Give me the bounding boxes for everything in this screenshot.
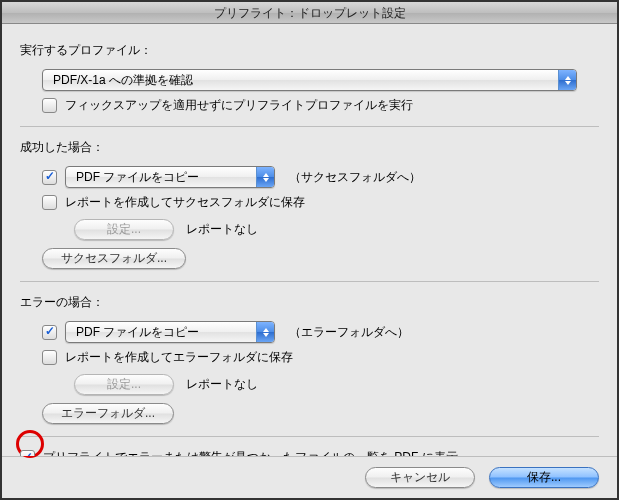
window-title: プリフライト：ドロップレット設定 bbox=[2, 2, 617, 24]
error-report-label: レポートを作成してエラーフォルダに保存 bbox=[65, 349, 293, 366]
cancel-button[interactable]: キャンセル bbox=[365, 467, 475, 488]
error-action-popup[interactable]: PDF ファイルをコピー bbox=[65, 321, 275, 343]
button-bar: キャンセル 保存... bbox=[2, 456, 617, 498]
divider bbox=[20, 436, 599, 437]
success-copy-checkbox[interactable] bbox=[42, 170, 57, 185]
error-copy-checkbox[interactable] bbox=[42, 325, 57, 340]
error-settings-button: 設定... bbox=[74, 374, 174, 395]
no-fixups-checkbox[interactable] bbox=[42, 98, 57, 113]
updown-arrows-icon bbox=[256, 167, 274, 187]
droplet-settings-window: プリフライト：ドロップレット設定 実行するプロファイル： PDF/X-1a への… bbox=[0, 0, 619, 500]
profile-popup-value: PDF/X-1a への準拠を確認 bbox=[43, 72, 203, 89]
summary-pdf-label: プリフライトでエラーまたは警告が見つかったファイルの一覧を PDF に表示 bbox=[43, 449, 458, 456]
success-folder-button[interactable]: サクセスフォルダ... bbox=[42, 248, 186, 269]
success-settings-button: 設定... bbox=[74, 219, 174, 240]
success-report-checkbox[interactable] bbox=[42, 195, 57, 210]
divider bbox=[20, 281, 599, 282]
success-action-value: PDF ファイルをコピー bbox=[66, 169, 209, 186]
error-paren-text: （エラーフォルダへ） bbox=[289, 324, 409, 341]
error-report-checkbox[interactable] bbox=[42, 350, 57, 365]
summary-pdf-checkbox[interactable] bbox=[20, 450, 35, 456]
error-folder-button[interactable]: エラーフォルダ... bbox=[42, 403, 174, 424]
success-action-popup[interactable]: PDF ファイルをコピー bbox=[65, 166, 275, 188]
no-fixups-label: フィックスアップを適用せずにプリフライトプロファイルを実行 bbox=[65, 97, 413, 114]
profile-section-label: 実行するプロファイル： bbox=[20, 42, 599, 59]
updown-arrows-icon bbox=[256, 322, 274, 342]
save-button[interactable]: 保存... bbox=[489, 467, 599, 488]
content-area: 実行するプロファイル： PDF/X-1a への準拠を確認 フィックスアップを適用… bbox=[2, 24, 617, 456]
success-report-label: レポートを作成してサクセスフォルダに保存 bbox=[65, 194, 305, 211]
profile-popup[interactable]: PDF/X-1a への準拠を確認 bbox=[42, 69, 577, 91]
divider bbox=[20, 126, 599, 127]
success-section-label: 成功した場合： bbox=[20, 139, 599, 156]
error-section-label: エラーの場合： bbox=[20, 294, 599, 311]
error-action-value: PDF ファイルをコピー bbox=[66, 324, 209, 341]
error-report-status: レポートなし bbox=[186, 376, 258, 393]
updown-arrows-icon bbox=[558, 70, 576, 90]
success-paren-text: （サクセスフォルダへ） bbox=[289, 169, 421, 186]
success-report-status: レポートなし bbox=[186, 221, 258, 238]
